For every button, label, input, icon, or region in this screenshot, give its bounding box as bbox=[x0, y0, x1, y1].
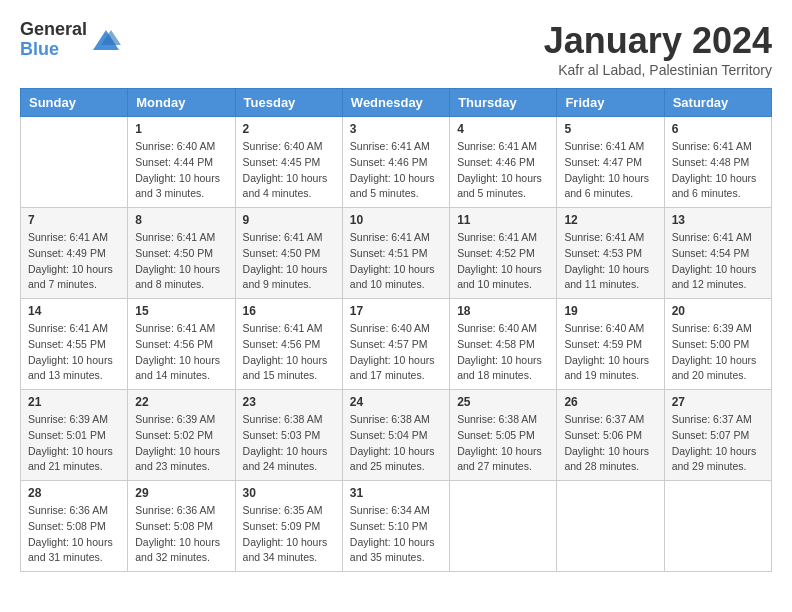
calendar-cell: 17Sunrise: 6:40 AM Sunset: 4:57 PM Dayli… bbox=[342, 299, 449, 390]
day-number: 7 bbox=[28, 213, 120, 227]
day-number: 3 bbox=[350, 122, 442, 136]
day-info: Sunrise: 6:38 AM Sunset: 5:03 PM Dayligh… bbox=[243, 412, 335, 475]
day-number: 1 bbox=[135, 122, 227, 136]
calendar-cell bbox=[557, 481, 664, 572]
day-info: Sunrise: 6:40 AM Sunset: 4:44 PM Dayligh… bbox=[135, 139, 227, 202]
calendar-cell: 3Sunrise: 6:41 AM Sunset: 4:46 PM Daylig… bbox=[342, 117, 449, 208]
day-number: 15 bbox=[135, 304, 227, 318]
day-number: 17 bbox=[350, 304, 442, 318]
header-tuesday: Tuesday bbox=[235, 89, 342, 117]
calendar-cell: 9Sunrise: 6:41 AM Sunset: 4:50 PM Daylig… bbox=[235, 208, 342, 299]
calendar-week-row: 14Sunrise: 6:41 AM Sunset: 4:55 PM Dayli… bbox=[21, 299, 772, 390]
calendar-cell: 15Sunrise: 6:41 AM Sunset: 4:56 PM Dayli… bbox=[128, 299, 235, 390]
logo-blue: Blue bbox=[20, 40, 87, 60]
calendar-cell: 28Sunrise: 6:36 AM Sunset: 5:08 PM Dayli… bbox=[21, 481, 128, 572]
day-info: Sunrise: 6:41 AM Sunset: 4:56 PM Dayligh… bbox=[243, 321, 335, 384]
day-info: Sunrise: 6:41 AM Sunset: 4:50 PM Dayligh… bbox=[135, 230, 227, 293]
day-number: 26 bbox=[564, 395, 656, 409]
calendar-cell: 19Sunrise: 6:40 AM Sunset: 4:59 PM Dayli… bbox=[557, 299, 664, 390]
day-number: 19 bbox=[564, 304, 656, 318]
calendar-cell: 13Sunrise: 6:41 AM Sunset: 4:54 PM Dayli… bbox=[664, 208, 771, 299]
day-number: 25 bbox=[457, 395, 549, 409]
day-number: 4 bbox=[457, 122, 549, 136]
calendar-cell: 4Sunrise: 6:41 AM Sunset: 4:46 PM Daylig… bbox=[450, 117, 557, 208]
day-info: Sunrise: 6:40 AM Sunset: 4:59 PM Dayligh… bbox=[564, 321, 656, 384]
calendar-cell: 10Sunrise: 6:41 AM Sunset: 4:51 PM Dayli… bbox=[342, 208, 449, 299]
day-number: 18 bbox=[457, 304, 549, 318]
header-sunday: Sunday bbox=[21, 89, 128, 117]
calendar-cell: 11Sunrise: 6:41 AM Sunset: 4:52 PM Dayli… bbox=[450, 208, 557, 299]
calendar-cell: 8Sunrise: 6:41 AM Sunset: 4:50 PM Daylig… bbox=[128, 208, 235, 299]
calendar-cell: 2Sunrise: 6:40 AM Sunset: 4:45 PM Daylig… bbox=[235, 117, 342, 208]
day-number: 10 bbox=[350, 213, 442, 227]
calendar-cell: 30Sunrise: 6:35 AM Sunset: 5:09 PM Dayli… bbox=[235, 481, 342, 572]
calendar-cell: 6Sunrise: 6:41 AM Sunset: 4:48 PM Daylig… bbox=[664, 117, 771, 208]
day-number: 12 bbox=[564, 213, 656, 227]
day-info: Sunrise: 6:37 AM Sunset: 5:06 PM Dayligh… bbox=[564, 412, 656, 475]
calendar-cell: 21Sunrise: 6:39 AM Sunset: 5:01 PM Dayli… bbox=[21, 390, 128, 481]
day-number: 31 bbox=[350, 486, 442, 500]
day-number: 2 bbox=[243, 122, 335, 136]
day-number: 21 bbox=[28, 395, 120, 409]
day-number: 6 bbox=[672, 122, 764, 136]
day-number: 5 bbox=[564, 122, 656, 136]
day-info: Sunrise: 6:38 AM Sunset: 5:05 PM Dayligh… bbox=[457, 412, 549, 475]
calendar-cell: 7Sunrise: 6:41 AM Sunset: 4:49 PM Daylig… bbox=[21, 208, 128, 299]
calendar-cell: 16Sunrise: 6:41 AM Sunset: 4:56 PM Dayli… bbox=[235, 299, 342, 390]
calendar-cell bbox=[21, 117, 128, 208]
day-info: Sunrise: 6:41 AM Sunset: 4:51 PM Dayligh… bbox=[350, 230, 442, 293]
day-number: 11 bbox=[457, 213, 549, 227]
day-info: Sunrise: 6:39 AM Sunset: 5:01 PM Dayligh… bbox=[28, 412, 120, 475]
day-info: Sunrise: 6:34 AM Sunset: 5:10 PM Dayligh… bbox=[350, 503, 442, 566]
day-info: Sunrise: 6:40 AM Sunset: 4:57 PM Dayligh… bbox=[350, 321, 442, 384]
header-wednesday: Wednesday bbox=[342, 89, 449, 117]
calendar-cell: 1Sunrise: 6:40 AM Sunset: 4:44 PM Daylig… bbox=[128, 117, 235, 208]
calendar-cell: 5Sunrise: 6:41 AM Sunset: 4:47 PM Daylig… bbox=[557, 117, 664, 208]
calendar-cell: 26Sunrise: 6:37 AM Sunset: 5:06 PM Dayli… bbox=[557, 390, 664, 481]
day-info: Sunrise: 6:41 AM Sunset: 4:55 PM Dayligh… bbox=[28, 321, 120, 384]
day-number: 22 bbox=[135, 395, 227, 409]
day-info: Sunrise: 6:36 AM Sunset: 5:08 PM Dayligh… bbox=[135, 503, 227, 566]
location: Kafr al Labad, Palestinian Territory bbox=[544, 62, 772, 78]
header-thursday: Thursday bbox=[450, 89, 557, 117]
day-number: 29 bbox=[135, 486, 227, 500]
day-info: Sunrise: 6:40 AM Sunset: 4:58 PM Dayligh… bbox=[457, 321, 549, 384]
logo-general: General bbox=[20, 20, 87, 40]
day-number: 30 bbox=[243, 486, 335, 500]
day-number: 8 bbox=[135, 213, 227, 227]
day-number: 27 bbox=[672, 395, 764, 409]
title-area: January 2024 Kafr al Labad, Palestinian … bbox=[544, 20, 772, 78]
calendar-week-row: 7Sunrise: 6:41 AM Sunset: 4:49 PM Daylig… bbox=[21, 208, 772, 299]
calendar-table: SundayMondayTuesdayWednesdayThursdayFrid… bbox=[20, 88, 772, 572]
day-info: Sunrise: 6:39 AM Sunset: 5:02 PM Dayligh… bbox=[135, 412, 227, 475]
day-info: Sunrise: 6:41 AM Sunset: 4:53 PM Dayligh… bbox=[564, 230, 656, 293]
day-info: Sunrise: 6:41 AM Sunset: 4:46 PM Dayligh… bbox=[457, 139, 549, 202]
calendar-cell: 24Sunrise: 6:38 AM Sunset: 5:04 PM Dayli… bbox=[342, 390, 449, 481]
day-info: Sunrise: 6:36 AM Sunset: 5:08 PM Dayligh… bbox=[28, 503, 120, 566]
calendar-cell: 18Sunrise: 6:40 AM Sunset: 4:58 PM Dayli… bbox=[450, 299, 557, 390]
calendar-header-row: SundayMondayTuesdayWednesdayThursdayFrid… bbox=[21, 89, 772, 117]
calendar-cell: 14Sunrise: 6:41 AM Sunset: 4:55 PM Dayli… bbox=[21, 299, 128, 390]
calendar-cell: 22Sunrise: 6:39 AM Sunset: 5:02 PM Dayli… bbox=[128, 390, 235, 481]
day-number: 28 bbox=[28, 486, 120, 500]
calendar-cell: 31Sunrise: 6:34 AM Sunset: 5:10 PM Dayli… bbox=[342, 481, 449, 572]
day-number: 23 bbox=[243, 395, 335, 409]
calendar-cell bbox=[450, 481, 557, 572]
calendar-week-row: 28Sunrise: 6:36 AM Sunset: 5:08 PM Dayli… bbox=[21, 481, 772, 572]
day-number: 14 bbox=[28, 304, 120, 318]
calendar-cell: 27Sunrise: 6:37 AM Sunset: 5:07 PM Dayli… bbox=[664, 390, 771, 481]
calendar-week-row: 1Sunrise: 6:40 AM Sunset: 4:44 PM Daylig… bbox=[21, 117, 772, 208]
day-info: Sunrise: 6:41 AM Sunset: 4:48 PM Dayligh… bbox=[672, 139, 764, 202]
day-number: 20 bbox=[672, 304, 764, 318]
day-info: Sunrise: 6:41 AM Sunset: 4:54 PM Dayligh… bbox=[672, 230, 764, 293]
calendar-cell: 23Sunrise: 6:38 AM Sunset: 5:03 PM Dayli… bbox=[235, 390, 342, 481]
header-monday: Monday bbox=[128, 89, 235, 117]
calendar-cell: 25Sunrise: 6:38 AM Sunset: 5:05 PM Dayli… bbox=[450, 390, 557, 481]
day-info: Sunrise: 6:37 AM Sunset: 5:07 PM Dayligh… bbox=[672, 412, 764, 475]
month-title: January 2024 bbox=[544, 20, 772, 62]
calendar-week-row: 21Sunrise: 6:39 AM Sunset: 5:01 PM Dayli… bbox=[21, 390, 772, 481]
day-info: Sunrise: 6:41 AM Sunset: 4:50 PM Dayligh… bbox=[243, 230, 335, 293]
day-info: Sunrise: 6:41 AM Sunset: 4:47 PM Dayligh… bbox=[564, 139, 656, 202]
day-info: Sunrise: 6:41 AM Sunset: 4:52 PM Dayligh… bbox=[457, 230, 549, 293]
day-number: 16 bbox=[243, 304, 335, 318]
